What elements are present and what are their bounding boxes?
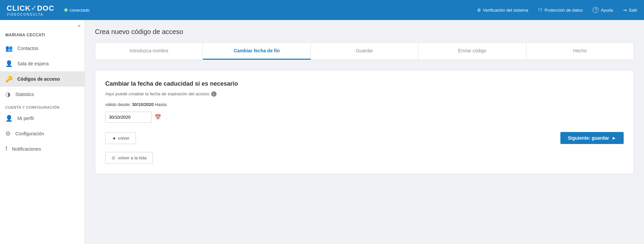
sidebar-item-mi-perfil-label: Mi perfil: [17, 116, 34, 121]
shield-icon: 🛡: [538, 8, 542, 13]
date-input-row: 📅: [105, 112, 624, 123]
back-button-label: volver: [118, 136, 130, 141]
nav-salir[interactable]: ⇥ Salir: [623, 8, 637, 13]
logout-icon: ⇥: [623, 8, 627, 13]
wizard-steps: Introduzca nombre Cambiar fecha de fin G…: [95, 42, 634, 60]
validity-row: válido desde: 30/10/2020 Hasta:: [105, 102, 624, 107]
waiting-room-icon: 👤: [5, 60, 13, 67]
logo: CLICK✓DOC VIDEOCONSULTA: [7, 4, 54, 16]
nav-proteccion-label: Protección de datos: [544, 8, 583, 13]
info-icon[interactable]: i: [211, 91, 217, 97]
back-to-list-button[interactable]: ⊙ volver a la lista: [105, 152, 153, 164]
wizard-step-fecha[interactable]: Cambiar fecha de fin: [203, 43, 311, 60]
notification-icon: !: [5, 145, 7, 152]
sidebar-item-codigos-acceso-label: Códigos de acceso: [17, 76, 60, 82]
wizard-step-enviar[interactable]: Enviar código: [418, 43, 526, 60]
sidebar-username: MARIANA CECCATI: [0, 31, 85, 41]
key-icon: 🔑: [5, 75, 13, 83]
sidebar-item-statistics-label: Statistics: [15, 92, 34, 97]
sidebar-collapse-button[interactable]: «: [0, 20, 85, 31]
main-content: Crea nuevo código de acceso Introduzca n…: [85, 20, 644, 244]
connection-dot: [64, 8, 68, 12]
wizard-step-enviar-label: Enviar código: [458, 48, 486, 53]
logo-subtitle: VIDEOCONSULTA: [7, 13, 54, 16]
back-button[interactable]: ◄ volver: [105, 132, 136, 144]
connection-label: conectado: [70, 8, 90, 13]
next-button-label: Siguiente: guardar: [568, 135, 609, 141]
gear-icon: ⚙: [477, 8, 481, 13]
statistics-icon: ◑: [5, 91, 11, 98]
nav-salir-label: Salir: [629, 8, 637, 13]
back-list-circle-icon: ⊙: [112, 155, 115, 160]
date-input[interactable]: [105, 112, 152, 123]
nav-proteccion[interactable]: 🛡 Protección de datos: [538, 8, 583, 13]
config-icon: ⚙: [5, 130, 11, 137]
sidebar: « MARIANA CECCATI 👥 Contactos 👤 Sala de …: [0, 20, 85, 244]
help-icon: ?: [593, 7, 599, 13]
back-arrow-icon: ◄: [112, 136, 116, 141]
contacts-icon: 👥: [5, 45, 13, 52]
sidebar-item-sala-espera-label: Sala de espera: [17, 61, 49, 66]
nav-verificacion-label: Verificación del sistema: [483, 8, 528, 13]
sidebar-item-mi-perfil[interactable]: 👤 Mi perfil: [0, 111, 85, 126]
back-to-list-label: volver a la lista: [118, 155, 147, 160]
validity-prefix: válido desde:: [105, 102, 131, 107]
sidebar-item-statistics[interactable]: ◑ Statistics: [0, 87, 85, 102]
page-title: Crea nuevo código de acceso: [95, 28, 634, 36]
section-title: Cambiar la fecha de caducidad si es nece…: [105, 80, 624, 87]
layout: « MARIANA CECCATI 👥 Contactos 👤 Sala de …: [0, 20, 644, 244]
wizard-step-guardar[interactable]: Guardar: [311, 43, 418, 60]
sidebar-item-sala-espera[interactable]: 👤 Sala de espera: [0, 56, 85, 71]
header: CLICK✓DOC VIDEOCONSULTA conectado ⚙ Veri…: [0, 0, 644, 20]
config-section-label: CUENTA Y CONFIGURACIÓN: [0, 102, 85, 111]
sidebar-item-contactos[interactable]: 👥 Contactos: [0, 41, 85, 56]
sidebar-item-configuracion-label: Configuración: [15, 131, 44, 136]
content-box: Cambiar la fecha de caducidad si es nece…: [95, 70, 634, 174]
sidebar-item-contactos-label: Contactos: [17, 46, 38, 51]
calendar-icon[interactable]: 📅: [155, 114, 161, 120]
validity-separator: Hasta:: [155, 102, 168, 107]
sidebar-item-notificaciones[interactable]: ! Notificaciones: [0, 141, 85, 156]
validity-from: 30/10/2020: [132, 102, 154, 107]
sidebar-item-configuracion[interactable]: ⚙ Configuración: [0, 126, 85, 141]
wizard-step-hecho[interactable]: Hecho: [526, 43, 634, 60]
nav-ayuda-label: Ayuda: [601, 8, 613, 13]
sidebar-item-notificaciones-label: Notificaciones: [12, 146, 41, 152]
wizard-step-hecho-label: Hecho: [573, 48, 587, 53]
nav-verificacion[interactable]: ⚙ Verificación del sistema: [477, 8, 528, 13]
profile-icon: 👤: [5, 115, 13, 122]
nav-ayuda[interactable]: ? Ayuda: [593, 7, 613, 13]
section-description: Aquí puede cmabiar la fecha de expiració…: [105, 91, 624, 97]
wizard-step-nombre-label: Introduzca nombre: [130, 48, 169, 53]
collapse-icon: «: [78, 23, 81, 29]
wizard-step-nombre[interactable]: Introduzca nombre: [95, 43, 203, 60]
next-arrow-icon: ►: [612, 135, 616, 141]
connection-status: conectado: [64, 8, 90, 13]
action-buttons-row: ◄ volver Siguiente: guardar ►: [105, 132, 624, 144]
logo-text: CLICK✓DOC: [7, 4, 54, 13]
header-nav: ⚙ Verificación del sistema 🛡 Protección …: [477, 7, 637, 13]
sidebar-item-codigos-acceso[interactable]: 🔑 Códigos de acceso: [0, 71, 85, 87]
wizard-step-fecha-label: Cambiar fecha de fin: [234, 48, 280, 53]
next-button[interactable]: Siguiente: guardar ►: [560, 132, 624, 144]
wizard-step-guardar-label: Guardar: [356, 48, 373, 53]
